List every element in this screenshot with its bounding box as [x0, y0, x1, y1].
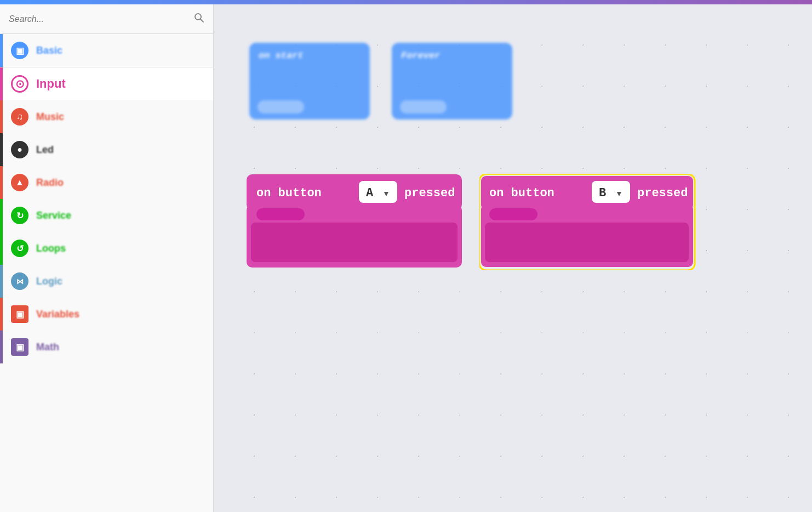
svg-text:B: B	[599, 186, 606, 200]
sidebar-item-loops[interactable]: ↺ Loops	[0, 232, 213, 265]
loops-label: Loops	[36, 243, 66, 254]
svg-text:on button: on button	[256, 186, 322, 200]
svg-text:▼: ▼	[615, 189, 623, 198]
sidebar-item-logic[interactable]: ⋈ Logic	[0, 265, 213, 298]
svg-text:pressed: pressed	[637, 186, 688, 200]
sidebar-item-radio[interactable]: ▲ Radio	[0, 166, 213, 199]
left-bar-variables	[0, 298, 3, 331]
top-bar	[0, 0, 812, 4]
svg-text:A: A	[366, 186, 374, 200]
svg-rect-10	[256, 208, 305, 220]
music-label: Music	[36, 111, 64, 123]
service-icon: ↻	[11, 207, 28, 224]
left-bar-math	[0, 331, 3, 363]
radio-icon: ▲	[11, 174, 28, 191]
svg-text:▼: ▼	[382, 189, 390, 198]
music-icon: ♫	[11, 108, 28, 126]
variables-icon: ▣	[11, 305, 28, 323]
svg-rect-6	[400, 100, 447, 113]
block-b-container[interactable]: on button B ▼ pressed	[479, 174, 696, 272]
left-bar-logic	[0, 265, 3, 298]
block-a-svg: on button A ▼ pressed	[247, 174, 463, 270]
led-label: Led	[36, 144, 54, 156]
left-bar-led	[0, 133, 3, 166]
led-icon: ●	[11, 141, 28, 158]
sidebar-item-variables[interactable]: ▣ Variables	[0, 298, 213, 331]
block-b-svg: on button B ▼ pressed	[479, 174, 696, 270]
sidebar-item-service[interactable]: ↻ Service	[0, 199, 213, 232]
input-icon: ⊙	[11, 75, 28, 93]
svg-text:on start: on start	[259, 50, 304, 61]
on-start-block[interactable]: on start	[247, 43, 373, 124]
loops-icon: ↺	[11, 240, 28, 257]
pink-blocks-area: on button A ▼ pressed	[247, 174, 696, 272]
search-icon	[193, 12, 204, 23]
input-label: Input	[36, 77, 66, 91]
sidebar-item-music[interactable]: ♫ Music	[0, 100, 213, 133]
math-icon: ▣	[11, 338, 28, 356]
sidebar: ▣ Basic ⊙ Input ♫ Music ● Led ▲ Radio	[0, 4, 214, 512]
svg-rect-11	[251, 223, 458, 262]
svg-text:Forever: Forever	[401, 50, 440, 61]
logic-label: Logic	[36, 276, 62, 287]
svg-rect-20	[489, 208, 537, 220]
main-canvas: on start Forever	[214, 4, 812, 512]
left-bar-service	[0, 199, 3, 232]
sidebar-items-list: ▣ Basic ⊙ Input ♫ Music ● Led ▲ Radio	[0, 34, 213, 363]
svg-rect-3	[258, 100, 304, 113]
block-a-container[interactable]: on button A ▼ pressed	[247, 174, 463, 272]
left-bar-radio	[0, 166, 3, 199]
svg-rect-13	[359, 181, 397, 203]
left-bar-music	[0, 100, 3, 133]
radio-label: Radio	[36, 177, 64, 189]
svg-rect-21	[485, 223, 689, 262]
sidebar-item-math[interactable]: ▣ Math	[0, 331, 213, 363]
svg-text:on button: on button	[489, 186, 554, 200]
sidebar-item-led[interactable]: ● Led	[0, 133, 213, 166]
left-bar-loops	[0, 232, 3, 265]
left-bar-basic	[0, 34, 3, 67]
service-label: Service	[36, 210, 71, 221]
svg-text:pressed: pressed	[404, 186, 455, 200]
search-button[interactable]	[193, 12, 204, 26]
basic-icon: ▣	[11, 42, 28, 59]
basic-label: Basic	[36, 45, 62, 56]
blue-blocks-area: on start Forever	[247, 43, 515, 124]
variables-label: Variables	[36, 309, 79, 320]
search-bar	[0, 4, 213, 34]
sidebar-item-basic[interactable]: ▣ Basic	[0, 34, 213, 67]
svg-line-1	[201, 19, 203, 22]
forever-block[interactable]: Forever	[389, 43, 515, 124]
logic-icon: ⋈	[11, 272, 28, 290]
svg-rect-23	[592, 181, 630, 203]
left-bar-input	[0, 67, 3, 100]
search-input[interactable]	[9, 14, 189, 24]
math-label: Math	[36, 342, 59, 353]
sidebar-item-input[interactable]: ⊙ Input	[0, 67, 213, 100]
